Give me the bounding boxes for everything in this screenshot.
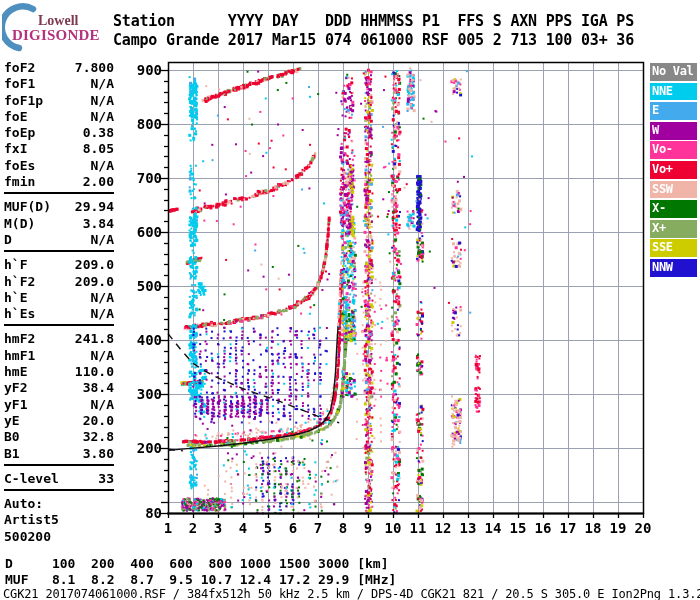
param-row: B032.8 (4, 429, 114, 445)
param-value: N/A (91, 158, 114, 174)
param-label: fmin (4, 174, 35, 190)
x-tick-label: 18 (582, 521, 604, 535)
param-label: hmF2 (4, 331, 35, 347)
x-tick-label: 4 (232, 521, 254, 535)
header-line-1: Station YYYY DAY DDD HHMMSS P1 FFS S AXN… (113, 12, 634, 30)
param-label: yF2 (4, 380, 27, 396)
x-tick-label: 12 (432, 521, 454, 535)
param-row: hmF2241.8 (4, 331, 114, 347)
param-row: Artist5 (4, 512, 114, 528)
param-value: 7.800 (75, 60, 114, 76)
param-value: 241.8 (75, 331, 114, 347)
param-divider (4, 464, 114, 468)
legend-item: Vo- (650, 141, 697, 159)
x-tick-label: 2 (182, 521, 204, 535)
logo-digisonde-text: DIGISONDE (12, 27, 100, 44)
legend-item: NNE (650, 83, 697, 101)
parameter-panel: foF27.800foF1N/AfoF1pN/AfoEN/AfoEp0.38fx… (4, 60, 114, 545)
param-label: B0 (4, 429, 20, 445)
x-tick-label: 6 (282, 521, 304, 535)
x-tick-label: 17 (557, 521, 579, 535)
param-label: h`F (4, 257, 27, 273)
param-label: Artist5 (4, 512, 59, 528)
param-value: N/A (91, 348, 114, 364)
param-value: 110.0 (75, 364, 114, 380)
param-value: N/A (91, 290, 114, 306)
y-tick-label: 300 (128, 387, 162, 401)
legend-item: SSW (650, 181, 697, 199)
y-tick-label: 80 (128, 506, 162, 520)
param-value: 29.94 (75, 199, 114, 215)
x-tick-label: 14 (482, 521, 504, 535)
param-row: yE20.0 (4, 413, 114, 429)
param-row: h`F2209.0 (4, 274, 114, 290)
x-tick-label: 8 (332, 521, 354, 535)
param-row: DN/A (4, 232, 114, 248)
param-row: M(D)3.84 (4, 216, 114, 232)
param-row: fmin2.00 (4, 174, 114, 190)
y-tick-label: 400 (128, 333, 162, 347)
param-row: yF1N/A (4, 397, 114, 413)
param-value: N/A (91, 397, 114, 413)
param-value: 209.0 (75, 257, 114, 273)
y-tick-label: 600 (128, 225, 162, 239)
param-label: M(D) (4, 216, 35, 232)
x-tick-label: 19 (607, 521, 629, 535)
legend-item: W (650, 122, 697, 140)
param-label: C-level (4, 471, 59, 487)
param-value: 32.8 (83, 429, 114, 445)
y-tick-label: 200 (128, 441, 162, 455)
header-line-2: Campo Grande 2017 Mar15 074 061000 RSF 0… (113, 31, 634, 49)
ionogram-page: Lowell DIGISONDE Station YYYY DAY DDD HH… (0, 0, 700, 600)
x-tick-label: 11 (407, 521, 429, 535)
x-tick-label: 15 (507, 521, 529, 535)
param-row: foEp0.38 (4, 125, 114, 141)
param-label: MUF(D) (4, 199, 51, 215)
param-label: foF1p (4, 93, 43, 109)
param-row: hmE110.0 (4, 364, 114, 380)
param-divider (4, 192, 114, 196)
direction-legend: No ValNNEEWVo-Vo+SSWX-X+SSENNW (650, 63, 697, 279)
param-value: N/A (91, 93, 114, 109)
param-row: hmF1N/A (4, 348, 114, 364)
param-label: foF2 (4, 60, 35, 76)
legend-item: SSE (650, 239, 697, 257)
param-label: h`E (4, 290, 27, 306)
distance-row: D 100 200 400 600 800 1000 1500 3000 [km… (5, 556, 389, 571)
lowell-digisonde-logo: Lowell DIGISONDE (2, 2, 112, 52)
param-label: yE (4, 413, 20, 429)
param-value: 0.38 (83, 125, 114, 141)
muf-row: MUF 8.1 8.2 8.7 9.5 10.7 12.4 17.2 29.9 … (5, 572, 396, 587)
param-value: N/A (91, 232, 114, 248)
param-row: foEsN/A (4, 158, 114, 174)
param-value: 3.84 (83, 216, 114, 232)
param-value: 33 (98, 471, 114, 487)
param-label: h`F2 (4, 274, 35, 290)
param-row: B13.80 (4, 446, 114, 462)
y-tick-label: 700 (128, 171, 162, 185)
legend-item: No Val (650, 63, 697, 81)
y-tick-label: 900 (128, 63, 162, 77)
x-tick-label: 5 (257, 521, 279, 535)
param-row: MUF(D)29.94 (4, 199, 114, 215)
param-row: fxI8.05 (4, 141, 114, 157)
x-tick-label: 20 (632, 521, 654, 535)
param-label: D (4, 232, 12, 248)
param-value: 38.4 (83, 380, 114, 396)
param-value: N/A (91, 76, 114, 92)
param-divider (4, 489, 114, 493)
param-label: foF1 (4, 76, 35, 92)
param-value: 2.00 (83, 174, 114, 190)
param-row: C-level33 (4, 471, 114, 487)
param-value: N/A (91, 109, 114, 125)
param-label: foEp (4, 125, 35, 141)
x-tick-label: 13 (457, 521, 479, 535)
param-label: hmF1 (4, 348, 35, 364)
param-label: foEs (4, 158, 35, 174)
y-tick-label: 800 (128, 117, 162, 131)
param-row: Auto: (4, 496, 114, 512)
param-label: Auto: (4, 496, 43, 512)
legend-item: Vo+ (650, 161, 697, 179)
legend-item: E (650, 102, 697, 120)
param-value: 20.0 (83, 413, 114, 429)
